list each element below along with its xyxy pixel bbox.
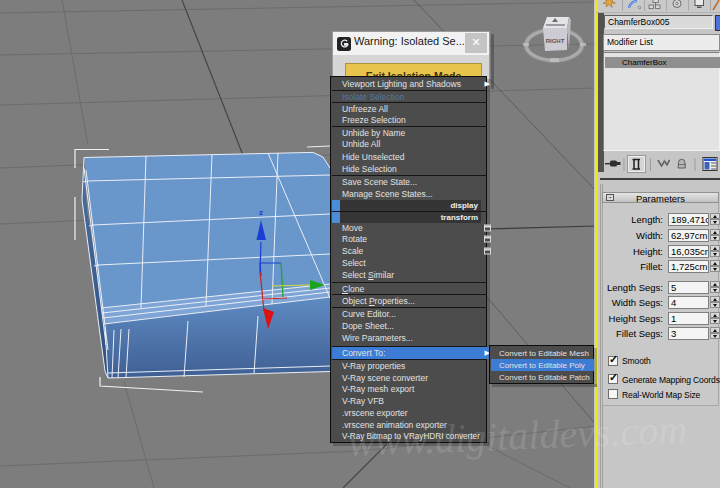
svg-text:RIGHT: RIGHT [546, 38, 565, 44]
svg-text:z: z [259, 208, 263, 217]
